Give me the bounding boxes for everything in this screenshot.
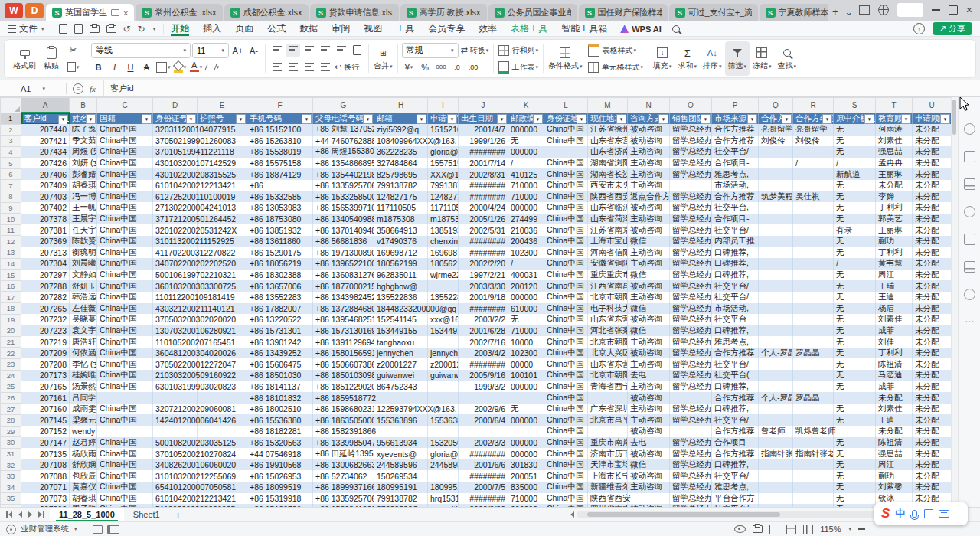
cell[interactable]: 无 xyxy=(834,348,876,359)
cell[interactable]: 主动咨询 xyxy=(628,414,670,426)
row-number[interactable]: 16 xyxy=(1,280,21,292)
filter-dropdown-icon[interactable]: ▼ xyxy=(416,114,426,124)
cell[interactable]: China中国 xyxy=(544,437,588,449)
cell[interactable]: 留学总经办 xyxy=(670,482,712,493)
header-cell[interactable]: 教育顾问▼ xyxy=(876,113,913,124)
header-cell[interactable]: 父母电话号码▼ xyxy=(313,113,374,124)
cell[interactable]: 口碑推荐, xyxy=(712,247,759,259)
sidebar-tool-icon[interactable] xyxy=(964,261,975,273)
cell[interactable] xyxy=(793,358,834,370)
cell[interactable]: China中国 xyxy=(97,136,153,147)
filter-dropdown-icon[interactable]: ▼ xyxy=(236,114,246,124)
zoom-level[interactable]: 115% xyxy=(820,525,841,534)
cell[interactable]: China中国 xyxy=(97,482,153,493)
cell[interactable]: 周煜 (男) xyxy=(70,146,97,158)
cell[interactable]: 未分配 xyxy=(876,180,913,191)
cell[interactable] xyxy=(759,437,793,449)
cell[interactable]: 王迪 xyxy=(876,292,913,303)
cell[interactable]: China中国 xyxy=(544,370,588,381)
cell[interactable]: 雅思考点, xyxy=(712,168,759,180)
cell[interactable]: 630103199903020823 xyxy=(153,381,198,393)
cell[interactable]: 陈祖清 xyxy=(876,437,913,449)
menu-item-审阅[interactable]: 审阅 xyxy=(325,21,357,36)
cell[interactable]: 未分配 xyxy=(876,392,913,404)
cell[interactable]: 207152 xyxy=(21,426,70,437)
cell[interactable]: China中国 xyxy=(544,224,588,236)
cell[interactable]: China中国 xyxy=(97,191,153,203)
cell[interactable]: 北京大兴区 xyxy=(588,348,628,359)
cell[interactable]: China中国 xyxy=(544,358,588,370)
cut-button[interactable]: ✂ xyxy=(66,44,80,57)
cell[interactable]: China中国 xyxy=(97,459,153,471)
cell[interactable] xyxy=(834,392,876,404)
cell[interactable]: 320721200209060081 xyxy=(153,404,198,415)
cell[interactable]: 未分配 xyxy=(913,336,952,348)
cell[interactable]: 刘素佳 xyxy=(876,136,913,147)
cell[interactable]: +86 18056219 xyxy=(247,258,313,270)
cell[interactable]: 无 xyxy=(834,437,876,449)
cell[interactable]: 未分配 xyxy=(913,158,952,169)
row-number[interactable]: 30 xyxy=(1,437,21,449)
cell[interactable] xyxy=(793,336,834,348)
cell[interactable]: 去电 xyxy=(628,370,670,381)
cell[interactable] xyxy=(793,437,834,449)
cell[interactable]: 留学总经办 xyxy=(670,158,712,169)
cell[interactable]: 广东省深圳 xyxy=(588,404,628,415)
cell[interactable] xyxy=(759,146,793,158)
filter-dropdown-icon[interactable]: ▼ xyxy=(533,114,543,124)
redo-icon[interactable]: ↻ xyxy=(138,24,145,34)
cell[interactable]: 衡琬明 (女 xyxy=(70,247,97,259)
cell[interactable]: China中国 xyxy=(544,426,588,437)
row-number[interactable]: 2 xyxy=(1,124,21,136)
cell[interactable]: 被动咨询 xyxy=(628,280,670,292)
split-view-icon[interactable] xyxy=(859,5,870,15)
cell[interactable]: China中国 xyxy=(97,202,153,214)
cell[interactable]: China中国 xyxy=(544,280,588,292)
cell[interactable]: 雅思考点, xyxy=(712,482,759,493)
cell[interactable]: 500108200203035125 xyxy=(153,437,198,449)
cell[interactable] xyxy=(793,146,834,158)
cell[interactable]: China中国 xyxy=(97,303,153,315)
cell[interactable]: m1875308 xyxy=(428,214,459,225)
merge-button[interactable]: ⊞ 合并▾ xyxy=(371,41,396,76)
cell[interactable] xyxy=(198,426,247,437)
page-layout-view-icon[interactable] xyxy=(786,525,796,534)
cell[interactable]: China中国 xyxy=(97,314,153,325)
cell[interactable] xyxy=(759,224,793,236)
cell[interactable]: 成雨雯 (女 xyxy=(70,404,97,415)
cell[interactable]: 370105200210270824 xyxy=(153,448,198,459)
cell[interactable]: +86 1354866895 xyxy=(313,158,374,169)
cell[interactable]: 亮哥留学 xyxy=(793,124,834,136)
cell[interactable]: 胡睿琪 (女 xyxy=(70,180,97,191)
wps-ai-button[interactable]: WPS AI xyxy=(614,25,668,34)
cell[interactable]: China中国 xyxy=(97,236,153,247)
cell[interactable] xyxy=(834,426,876,437)
cell[interactable]: 留学总经办 xyxy=(670,292,712,303)
cell[interactable]: China中国 xyxy=(544,214,588,225)
cell[interactable]: 口碑推荐, xyxy=(712,258,759,270)
table-style-button[interactable]: 表格样式▾ xyxy=(587,44,637,57)
freeze-button[interactable]: 冻结▾ xyxy=(750,41,775,76)
row-number[interactable]: 19 xyxy=(1,314,21,325)
cell[interactable]: 合作方推荐 xyxy=(712,348,759,359)
column-header-Q[interactable]: Q xyxy=(759,98,793,113)
cell[interactable]: +86 1859518772 xyxy=(313,392,374,404)
cell[interactable]: 无 xyxy=(508,136,544,147)
cell[interactable]: 未分配 xyxy=(913,414,952,426)
cell[interactable] xyxy=(759,180,793,191)
increase-decimal-button[interactable]: .0 xyxy=(450,60,465,74)
cell[interactable]: 未分配 xyxy=(913,348,952,359)
normal-view-icon[interactable] xyxy=(769,525,779,534)
cell[interactable]: 市场活动, xyxy=(712,303,759,315)
cell[interactable]: 刘俊伶 xyxy=(793,136,834,147)
decrease-decimal-button[interactable]: .00 xyxy=(466,60,481,74)
cell[interactable]: +86 1971300890 xyxy=(313,247,374,259)
cell[interactable]: 吴佳祺 xyxy=(793,191,834,203)
cell[interactable]: +86 1506607386 xyxy=(313,358,374,370)
cell[interactable]: 无 xyxy=(834,482,876,493)
cell[interactable]: 207165 xyxy=(21,381,70,393)
cell[interactable]: 2000/4/24 xyxy=(459,202,508,214)
cell[interactable] xyxy=(97,392,153,404)
cell[interactable]: +86 15290175 xyxy=(247,247,313,259)
cell[interactable]: +86 52734062 xyxy=(313,470,374,482)
